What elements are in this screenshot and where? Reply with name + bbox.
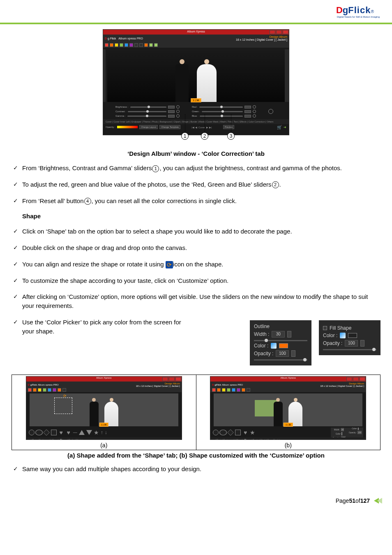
- blue-value[interactable]: [244, 115, 251, 118]
- tool-icon[interactable]: [110, 43, 113, 47]
- change-template-button[interactable]: Change Template: [159, 125, 180, 129]
- shape-circle[interactable]: [29, 430, 35, 435]
- blue-slider[interactable]: [200, 116, 243, 117]
- width-spinner[interactable]: [287, 331, 291, 338]
- reset-icon[interactable]: [176, 110, 180, 113]
- shape-triangle[interactable]: [79, 430, 85, 435]
- minimize-button[interactable]: [270, 30, 275, 34]
- opacity-label: Opacity :: [254, 351, 273, 356]
- bullet-list-3: Use the ‘Color Picker’ to pick any color…: [12, 318, 242, 373]
- shape-diamond[interactable]: [227, 429, 234, 436]
- tool-icon[interactable]: [105, 43, 108, 47]
- brightness-slider[interactable]: [130, 106, 166, 108]
- close-button[interactable]: [283, 30, 288, 34]
- tool-icon[interactable]: [125, 43, 128, 47]
- color-picker-icon[interactable]: [340, 333, 346, 338]
- color-sliders: Brightness : Contrast : Gamma : Red : Gr…: [103, 104, 289, 119]
- opacity-spinner[interactable]: [291, 350, 295, 357]
- shape-triangle[interactable]: [86, 430, 92, 435]
- width-label: Width :: [254, 331, 269, 337]
- canvas[interactable]: 1 | 38: [214, 393, 362, 426]
- shape-diamond[interactable]: [43, 429, 50, 436]
- opacity-slider[interactable]: [117, 126, 138, 128]
- figure-a-cell: Album Xpress DgFlick Album xpress PRODes…: [12, 375, 196, 450]
- shape-heart[interactable]: ♥: [242, 430, 248, 435]
- reset-icon[interactable]: [253, 110, 256, 113]
- bullet-list-1: From ‘Brightness, Contrast and Gamma’ sl…: [12, 164, 380, 205]
- shape-selection[interactable]: ⟳: [54, 398, 72, 414]
- maximize-button[interactable]: [276, 30, 282, 34]
- shape-palette: ♥ ★ Outline Width : 30 Color : Opacity :…: [210, 428, 366, 437]
- list-item: After clicking on ‘Customize’ option, mo…: [12, 292, 380, 310]
- minimize-button[interactable]: [346, 377, 352, 381]
- undo-icon[interactable]: [149, 43, 153, 47]
- photo-groom: [90, 402, 99, 426]
- option-tabs[interactable]: Cover | Cover Inner Left | Endpaper | Th…: [103, 119, 289, 124]
- list-item: From ‘Reset all’ button4, you can reset …: [12, 197, 380, 206]
- fill-opacity-input[interactable]: 100: [345, 340, 358, 347]
- minimize-button[interactable]: [162, 377, 168, 381]
- change-layout-button[interactable]: Change Layout: [139, 125, 158, 129]
- fill-panel: Fill Shape Color : Opacity :100: [319, 320, 380, 355]
- color-swatch[interactable]: [279, 343, 288, 348]
- shape-circle[interactable]: [213, 430, 219, 435]
- shape-heart[interactable]: ♥: [58, 430, 64, 435]
- fill-opacity-slider[interactable]: [323, 349, 376, 350]
- opacity-slider[interactable]: [254, 359, 307, 361]
- contrast-value[interactable]: [168, 110, 175, 113]
- brand-logo: DgFlick® Digital Needs for Still & Motio…: [336, 5, 380, 18]
- reset-all-button[interactable]: [268, 109, 273, 114]
- green-value[interactable]: [244, 110, 251, 113]
- fill-opacity-spinner[interactable]: [360, 340, 364, 347]
- tool-icon[interactable]: [115, 43, 118, 47]
- width-input[interactable]: 30: [272, 331, 285, 338]
- shape-oval[interactable]: [35, 430, 43, 435]
- red-value[interactable]: [244, 106, 251, 109]
- blue-label: Blue :: [192, 115, 198, 117]
- contrast-slider[interactable]: [128, 111, 166, 112]
- reset-icon[interactable]: [253, 105, 256, 109]
- shape-heart[interactable]: ♥: [66, 430, 71, 435]
- maximize-button[interactable]: [169, 377, 175, 381]
- brightness-value[interactable]: [168, 106, 175, 109]
- color-swatch[interactable]: [348, 333, 357, 338]
- preview-button[interactable]: Preview: [223, 125, 235, 129]
- redo-icon[interactable]: [154, 43, 158, 47]
- opacity-input[interactable]: 100: [276, 350, 289, 357]
- option-tabs[interactable]: ... | Photo | Background | Clipart | Sha…: [210, 437, 366, 440]
- option-tabs[interactable]: ... | Photo | Background | Clipart | Sha…: [26, 437, 182, 440]
- next-arrow-icon[interactable]: ➔: [284, 125, 286, 129]
- tool-icon[interactable]: [129, 43, 133, 47]
- close-button[interactable]: [360, 377, 365, 381]
- reset-icon[interactable]: [253, 114, 256, 118]
- shape-square[interactable]: [51, 430, 57, 435]
- page-of: of: [355, 497, 360, 504]
- logo-d: D: [336, 5, 343, 16]
- figure-b-cell: Album Xpress DgFlick Album xpress PRODes…: [196, 375, 380, 450]
- tool-icon[interactable]: [144, 43, 148, 47]
- tool-icon[interactable]: [139, 43, 143, 47]
- width-slider[interactable]: [254, 340, 307, 341]
- gamma-value[interactable]: [168, 115, 175, 118]
- red-slider[interactable]: [199, 106, 243, 108]
- canvas[interactable]: 1 | 38: [107, 49, 285, 102]
- green-slider[interactable]: [202, 111, 243, 112]
- maximize-button[interactable]: [353, 377, 359, 381]
- reset-icon[interactable]: [176, 114, 180, 118]
- gamma-slider[interactable]: [127, 116, 166, 117]
- canvas[interactable]: ⟳ 1 | 38: [30, 393, 178, 426]
- heading-shape: Shape: [22, 213, 380, 220]
- shape-oval[interactable]: [219, 430, 227, 435]
- reset-icon[interactable]: [176, 105, 180, 109]
- gamma-label: Gamma :: [115, 115, 126, 117]
- window-title: Album Xpress: [96, 377, 111, 379]
- fill-checkbox[interactable]: [323, 326, 327, 330]
- close-button[interactable]: [175, 377, 181, 381]
- page-total: 127: [360, 497, 370, 504]
- color-picker-icon[interactable]: [271, 343, 277, 349]
- tool-icon[interactable]: [134, 43, 138, 47]
- rotate-icon: ⟳: [166, 261, 173, 268]
- shape-square[interactable]: [235, 430, 241, 435]
- tool-icon[interactable]: [120, 43, 123, 47]
- fill-color-label: Color :: [323, 333, 337, 338]
